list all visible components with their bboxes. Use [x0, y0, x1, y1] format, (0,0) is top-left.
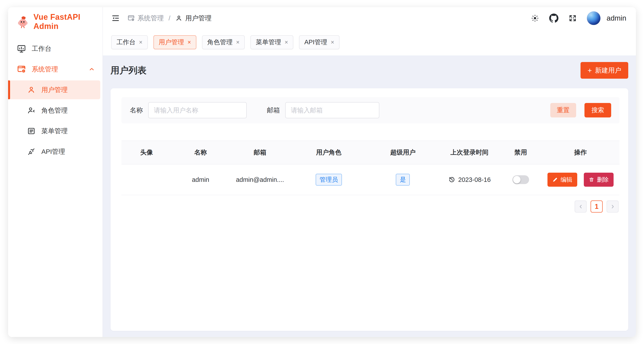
github-icon[interactable] — [549, 14, 558, 23]
sidebar-menu: 工作台 系统管理 — [8, 36, 102, 162]
superuser-tag: 是 — [396, 174, 410, 186]
cell-role: 管理员 — [290, 174, 367, 186]
sidebar-item-label: 工作台 — [32, 44, 95, 53]
new-user-button[interactable]: + 新建用户 — [580, 62, 628, 79]
fullscreen-icon[interactable] — [568, 14, 577, 22]
reset-button[interactable]: 重置 — [550, 103, 576, 117]
collapse-sidebar-icon[interactable] — [111, 14, 120, 23]
edit-button-label: 编辑 — [560, 176, 572, 184]
plus-icon: + — [588, 66, 592, 75]
app-title: Vue FastAPI Admin — [34, 13, 102, 31]
tab-close-icon[interactable]: × — [236, 40, 240, 45]
content-area: 用户列表 + 新建用户 名称 邮箱 重置 搜索 — [103, 56, 636, 337]
column-header-disabled: 禁用 — [500, 148, 541, 157]
cell-last-login: 2023-08-16 — [439, 176, 500, 183]
pagination-prev-button[interactable] — [574, 200, 587, 213]
column-header-superuser: 超级用户 — [367, 148, 439, 157]
breadcrumb-separator: / — [168, 15, 170, 22]
tab-label: API管理 — [304, 38, 327, 47]
role-tag: 管理员 — [316, 174, 342, 186]
chevron-left-icon — [578, 204, 584, 209]
api-icon — [27, 147, 36, 156]
tab-role-management[interactable]: 角色管理 × — [202, 35, 245, 49]
user-icon — [27, 86, 36, 94]
pagination: 1 — [122, 200, 620, 213]
window-gear-icon — [17, 65, 26, 74]
sidebar-item-system[interactable]: 系统管理 — [8, 60, 102, 79]
new-user-button-label: 新建用户 — [595, 66, 621, 75]
tab-label: 菜单管理 — [256, 38, 281, 47]
breadcrumb-system-management[interactable]: 系统管理 — [128, 14, 164, 23]
chick-logo-icon — [16, 15, 30, 29]
trash-icon — [588, 177, 594, 183]
cell-email: admin@admin.... — [230, 176, 290, 183]
cell-disabled — [500, 175, 541, 184]
history-clock-icon — [448, 176, 456, 183]
column-header-email: 邮箱 — [230, 148, 290, 157]
name-filter-input[interactable] — [148, 102, 247, 118]
user-icon — [175, 15, 182, 22]
tab-close-icon[interactable]: × — [331, 40, 334, 45]
tab-close-icon[interactable]: × — [284, 40, 288, 45]
email-filter-input[interactable] — [285, 102, 379, 118]
app-window: Vue FastAPI Admin 工作台 — [8, 7, 636, 337]
chevron-right-icon — [610, 204, 616, 209]
page-header: 用户列表 + 新建用户 — [110, 62, 628, 79]
column-header-last-login: 上次登录时间 — [439, 148, 500, 157]
name-filter-label: 名称 — [130, 106, 143, 115]
filter-bar: 名称 邮箱 重置 搜索 — [122, 97, 620, 123]
sidebar-item-api-management[interactable]: API管理 — [8, 142, 102, 161]
tab-label: 角色管理 — [207, 38, 233, 47]
pagination-next-button[interactable] — [606, 200, 618, 213]
window-gear-icon — [128, 15, 135, 22]
tab-api-management[interactable]: API管理 × — [299, 35, 340, 49]
main-area: 系统管理 / 用户管理 — [103, 7, 636, 337]
email-filter-label: 邮箱 — [267, 106, 280, 115]
table-row: admin admin@admin.... 管理员 是 — [122, 165, 620, 195]
column-header-avatar: 头像 — [122, 148, 172, 157]
breadcrumb-label: 系统管理 — [138, 14, 164, 23]
last-login-value: 2023-08-16 — [458, 176, 490, 183]
page-title: 用户列表 — [110, 64, 146, 77]
breadcrumb: 系统管理 / 用户管理 — [128, 14, 212, 23]
sidebar-item-label: API管理 — [41, 147, 95, 156]
sidebar-item-user-management[interactable]: 用户管理 — [8, 80, 100, 99]
delete-button[interactable]: 删除 — [584, 173, 614, 187]
tab-close-icon[interactable]: × — [139, 40, 142, 45]
topbar-right: admin — [531, 12, 626, 25]
breadcrumb-user-management[interactable]: 用户管理 — [175, 14, 212, 23]
disable-toggle[interactable] — [512, 175, 529, 184]
user-list-card: 名称 邮箱 重置 搜索 头像 名称 邮箱 用户角色 超 — [110, 88, 628, 331]
sidebar-item-label: 角色管理 — [41, 106, 95, 115]
column-header-actions: 操作 — [541, 148, 620, 157]
user-avatar[interactable] — [587, 12, 600, 25]
role-icon — [27, 106, 36, 115]
chevron-up-icon — [88, 66, 95, 73]
tab-label: 用户管理 — [159, 38, 184, 47]
username-label[interactable]: admin — [606, 14, 626, 22]
theme-light-icon[interactable] — [531, 14, 539, 22]
sidebar-item-role-management[interactable]: 角色管理 — [8, 101, 102, 120]
sidebar-item-workbench[interactable]: 工作台 — [8, 39, 102, 58]
topbar: 系统管理 / 用户管理 — [103, 7, 636, 29]
tabs-bar: 工作台 × 用户管理 × 角色管理 × 菜单管理 × API管理 × — [103, 29, 636, 56]
logo[interactable]: Vue FastAPI Admin — [8, 7, 102, 36]
tab-workbench[interactable]: 工作台 × — [111, 35, 148, 49]
table-header-row: 头像 名称 邮箱 用户角色 超级用户 上次登录时间 禁用 操作 — [122, 140, 620, 165]
sidebar-item-menu-management[interactable]: 菜单管理 — [8, 122, 102, 140]
column-header-role: 用户角色 — [290, 148, 367, 157]
cell-actions: 编辑 删除 — [541, 173, 620, 187]
tab-close-icon[interactable]: × — [188, 40, 191, 45]
tab-user-management[interactable]: 用户管理 × — [154, 35, 196, 49]
search-button[interactable]: 搜索 — [584, 103, 611, 117]
sidebar-item-label: 用户管理 — [41, 86, 93, 94]
edit-button[interactable]: 编辑 — [548, 173, 577, 187]
cell-superuser: 是 — [367, 174, 439, 186]
tab-menu-management[interactable]: 菜单管理 × — [250, 35, 293, 49]
pagination-page-1[interactable]: 1 — [590, 200, 603, 213]
sidebar-item-label: 菜单管理 — [41, 127, 95, 136]
sidebar-item-label: 系统管理 — [32, 65, 83, 74]
tab-label: 工作台 — [116, 38, 136, 47]
pencil-icon — [552, 177, 558, 183]
delete-button-label: 删除 — [597, 176, 609, 184]
